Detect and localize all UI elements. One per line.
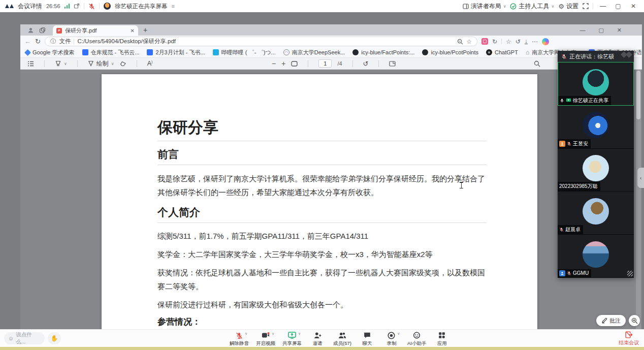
- downloads-icon[interactable]: ↓: [525, 39, 528, 44]
- browser-close-button[interactable]: ✕: [617, 27, 622, 34]
- layout-button[interactable]: 演讲者布局∨: [463, 2, 506, 11]
- chevron-icon[interactable]: ∨: [245, 332, 247, 336]
- bookmark-google-scholar[interactable]: Google 学术搜索: [25, 49, 75, 56]
- bookmark-bilibili[interactable]: 哔哩哔哩 ( ゜- ゜)つ...: [213, 49, 276, 56]
- video-tile[interactable]: 2022302985万聪: [558, 149, 634, 192]
- meeting-details-button[interactable]: 会议详情: [18, 2, 42, 11]
- chat-input[interactable]: ☺ 说点什么...: [4, 332, 45, 344]
- emoji-icon[interactable]: ☺: [8, 335, 14, 341]
- pdf-viewport[interactable]: 保研分享 前言 我是徐艺硕，保研到了南京大学计算机系。很荣幸能给学弟学妹们分享保…: [20, 70, 642, 341]
- highlighter-icon[interactable]: [55, 60, 61, 67]
- participant-name: GGMU: [573, 270, 589, 276]
- history-icon[interactable]: ↺: [516, 38, 521, 45]
- new-tab-button[interactable]: +: [143, 26, 147, 34]
- participant-name: 2022302985万聪: [559, 183, 598, 190]
- apps-button[interactable]: 应用: [433, 331, 450, 347]
- doc-heading-profile: 个人简介: [157, 206, 487, 223]
- bookmark-feishu-plan[interactable]: 2月3月计划 - 飞书...: [147, 49, 205, 56]
- favorites-bar-icon[interactable]: ☆: [506, 38, 511, 45]
- browser-navbar: ← ↻ ⓘ 文件 C:/Users/54904/Desktop/保研分享.pdf…: [20, 36, 642, 47]
- maximize-button[interactable]: ▢: [613, 3, 624, 10]
- chevron-down-icon[interactable]: ∨: [111, 61, 114, 66]
- invite-button[interactable]: 邀请: [309, 331, 326, 347]
- end-meeting-button[interactable]: 结束会议: [619, 331, 639, 346]
- magnifier-button[interactable]: [629, 315, 640, 326]
- feishu-icon: [147, 49, 153, 55]
- meeting-bottombar: ☺ 说点什么... ✋ ∨ 解除静音 ∨ 开启视频 ∨ 共享屏幕 邀请: [0, 329, 644, 347]
- panel-collapse-handle[interactable]: ‹: [637, 168, 644, 188]
- settings-button[interactable]: ⚙ 设置: [558, 2, 578, 11]
- bookmark-nju-deepseek[interactable]: ◠南京大学DeepSeek...: [283, 49, 345, 56]
- doc-paragraph: 综测5/311，前1.7%，前五学期GPA11/311，前三年GPA14/311: [157, 229, 487, 243]
- video-tile[interactable]: 赵晨卓: [558, 192, 634, 235]
- meeting-details-label: 会议详情: [18, 2, 42, 11]
- end-meeting-label: 结束会议: [619, 339, 639, 346]
- address-bar[interactable]: ⓘ 文件 C:/Users/54904/Desktop/保研分享.pdf ☆: [45, 37, 477, 46]
- chat-button[interactable]: 聊天: [359, 331, 376, 347]
- fullscreen-icon[interactable]: [583, 3, 589, 9]
- more-menu-icon[interactable]: ⋯: [532, 38, 538, 45]
- extension-icon[interactable]: [481, 38, 488, 45]
- share-screen-button[interactable]: ∨ 共享屏幕: [282, 331, 302, 347]
- pdf-favicon: P: [56, 28, 62, 34]
- panel-resize-handle[interactable]: [627, 271, 633, 276]
- address-scheme-label: 文件: [59, 38, 71, 45]
- fit-to-page-icon[interactable]: [291, 61, 298, 67]
- bookmark-chatgpt[interactable]: ✳ChatGPT: [486, 49, 518, 55]
- chevron-icon[interactable]: ∨: [272, 332, 274, 336]
- chevron-icon[interactable]: ∨: [397, 332, 400, 336]
- minimize-button[interactable]: —: [597, 3, 608, 10]
- favorite-star-icon[interactable]: ☆: [466, 38, 472, 45]
- page-number-input[interactable]: 1: [318, 59, 332, 68]
- members-button[interactable]: 成员(57): [333, 331, 351, 347]
- network-signal-icon: [65, 4, 70, 9]
- video-tile[interactable]: GGMU: [558, 235, 634, 278]
- zoom-in-icon[interactable]: +: [281, 59, 285, 68]
- divider: [99, 3, 100, 9]
- start-video-button[interactable]: ∨ 开启视频: [256, 331, 275, 347]
- page-layout-icon[interactable]: [389, 61, 396, 67]
- active-tab[interactable]: P 保研分享.pdf ✕: [53, 25, 138, 36]
- reload-icon[interactable]: ↻: [35, 38, 41, 45]
- browser-sync-icon[interactable]: ↻: [492, 38, 497, 45]
- eraser-icon[interactable]: [120, 61, 126, 67]
- layout-button-label: 演讲者布局: [471, 2, 501, 11]
- rotate-icon[interactable]: ↺: [363, 60, 369, 68]
- video-tile-presenter[interactable]: 徐艺硕正在共享: [558, 62, 634, 106]
- bookmark-github-factpoints[interactable]: icy-blue/FactPoints:...: [352, 49, 414, 55]
- pop-out-icon[interactable]: [74, 3, 80, 9]
- raise-hand-button[interactable]: ✋: [48, 332, 61, 344]
- pdf-search[interactable]: [534, 60, 540, 67]
- pdf-scrollbar[interactable]: [636, 70, 641, 341]
- unmute-button[interactable]: ∨ 解除静音: [230, 331, 249, 347]
- tab-close-icon[interactable]: ✕: [131, 28, 135, 34]
- mic-muted-icon[interactable]: [88, 3, 95, 10]
- ai-assistant-button[interactable]: AI小助手: [407, 331, 426, 347]
- zoom-out-page-icon[interactable]: [457, 39, 463, 45]
- bookmark-feishu-repo[interactable]: 仓库规范 - 飞书云...: [82, 49, 140, 56]
- chevron-down-icon[interactable]: ∨: [64, 61, 67, 66]
- chevron-icon[interactable]: ∨: [298, 332, 301, 336]
- toc-icon[interactable]: [27, 61, 34, 67]
- participant-name: 王昱安: [573, 140, 588, 147]
- record-button[interactable]: ∨ 录制: [383, 331, 400, 347]
- ai-assistant-icon: [413, 332, 421, 339]
- browser-profile-button[interactable]: [23, 27, 50, 34]
- close-button[interactable]: ✕: [628, 3, 639, 10]
- draw-button[interactable]: 绘制: [88, 59, 109, 68]
- doc-heading-camps: 参营情况：: [157, 316, 487, 328]
- browser-restore-button[interactable]: ▢: [598, 27, 603, 34]
- host-tools-button[interactable]: 主持人工具∨: [510, 2, 554, 11]
- bookmark-github-pcotpoints[interactable]: icy-blue/PcotPoints: [422, 49, 478, 55]
- browser-minimize-button[interactable]: —: [579, 27, 585, 33]
- screen-share-icon: [566, 98, 571, 103]
- annotate-button[interactable]: 批注: [596, 315, 626, 326]
- back-icon[interactable]: ←: [24, 38, 31, 45]
- scrollbar-thumb[interactable]: [636, 71, 640, 119]
- read-aloud-icon[interactable]: A): [147, 60, 153, 67]
- divider: [44, 60, 45, 67]
- info-icon[interactable]: ⓘ: [50, 38, 56, 45]
- zoom-out-icon[interactable]: −: [272, 59, 276, 68]
- copilot-icon[interactable]: [542, 38, 549, 45]
- video-tile[interactable]: 王昱安: [558, 106, 634, 149]
